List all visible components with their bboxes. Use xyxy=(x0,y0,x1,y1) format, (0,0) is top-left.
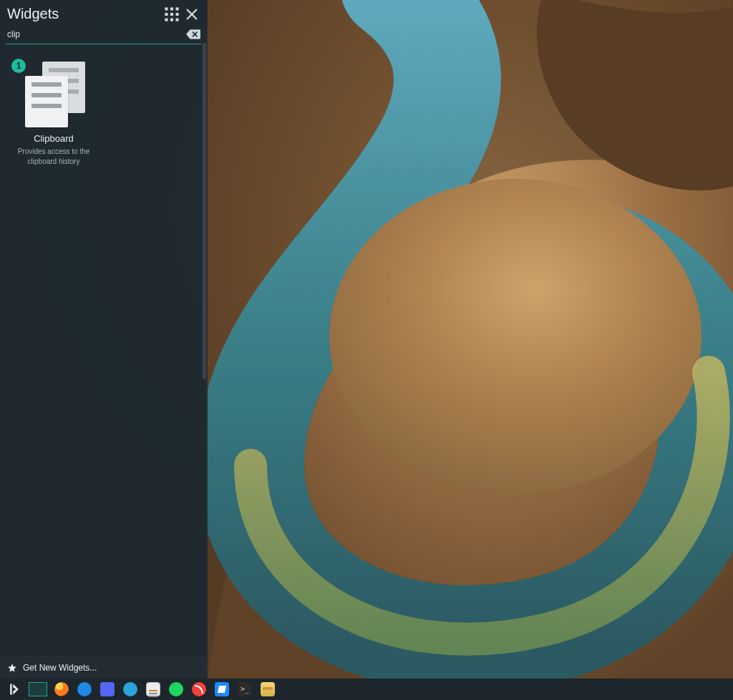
taskbar-firefox[interactable] xyxy=(50,679,73,700)
taskbar xyxy=(0,679,733,700)
pocketcasts-icon xyxy=(192,682,206,696)
svg-rect-7 xyxy=(170,12,173,15)
categories-icon xyxy=(164,6,180,22)
app-launcher-button[interactable] xyxy=(3,679,26,700)
taskbar-thunderbird[interactable] xyxy=(73,679,96,700)
virtual-desktop-pager[interactable] xyxy=(29,682,47,696)
svg-rect-6 xyxy=(165,12,168,15)
backspace-icon xyxy=(185,28,201,41)
virtualbox-icon xyxy=(215,682,229,696)
panel-scrollbar[interactable] xyxy=(202,43,207,654)
clipboard-docs-icon xyxy=(19,59,88,127)
panel-scrollbar-thumb[interactable] xyxy=(203,43,206,379)
thunderbird-icon xyxy=(77,682,92,696)
kde-logo-icon xyxy=(7,682,21,696)
svg-rect-3 xyxy=(165,7,168,10)
wallpaper-art xyxy=(208,0,733,679)
taskbar-spotify[interactable] xyxy=(165,679,188,700)
notes-icon xyxy=(146,682,160,696)
close-panel-button[interactable] xyxy=(184,6,200,22)
svg-point-2 xyxy=(329,179,702,494)
widgets-panel-header: Widgets xyxy=(0,0,207,25)
firefox-icon xyxy=(54,682,69,696)
spotify-icon xyxy=(169,682,183,696)
widgets-search-input[interactable] xyxy=(6,26,201,44)
svg-rect-5 xyxy=(176,7,179,10)
star-icon xyxy=(7,663,17,673)
clear-search-button[interactable] xyxy=(185,26,201,42)
taskbar-notes[interactable] xyxy=(142,679,165,700)
close-icon xyxy=(184,6,200,22)
widget-name: Clipboard xyxy=(7,133,100,144)
telegram-icon xyxy=(123,682,137,696)
categories-button[interactable] xyxy=(164,6,180,22)
svg-rect-10 xyxy=(170,18,173,21)
taskbar-terminal[interactable] xyxy=(233,679,256,700)
widget-description: Provides access to the clipboard history xyxy=(7,147,100,166)
svg-rect-4 xyxy=(170,7,173,10)
taskbar-telegram[interactable] xyxy=(119,679,142,700)
file-manager-icon xyxy=(261,682,275,696)
taskbar-pocketcasts[interactable] xyxy=(188,679,210,700)
discord-icon xyxy=(100,682,115,696)
widget-tile-clipboard[interactable]: 1 Clipboard Provides access to the clipb… xyxy=(7,59,100,166)
svg-rect-8 xyxy=(176,12,179,15)
svg-rect-11 xyxy=(176,18,179,21)
get-new-widgets-label: Get New Widgets... xyxy=(23,663,97,673)
search-row xyxy=(6,26,201,44)
widgets-panel: Widgets 1 xyxy=(0,0,208,679)
widgets-results: 1 Clipboard Provides access to the clipb… xyxy=(0,44,207,656)
get-new-widgets-button[interactable]: Get New Widgets... xyxy=(0,656,207,679)
taskbar-virtualbox[interactable] xyxy=(210,679,233,700)
taskbar-file-manager[interactable] xyxy=(256,679,279,700)
terminal-icon xyxy=(238,682,252,696)
svg-rect-9 xyxy=(165,18,168,21)
widgets-panel-title: Widgets xyxy=(7,6,164,22)
taskbar-discord[interactable] xyxy=(96,679,119,700)
